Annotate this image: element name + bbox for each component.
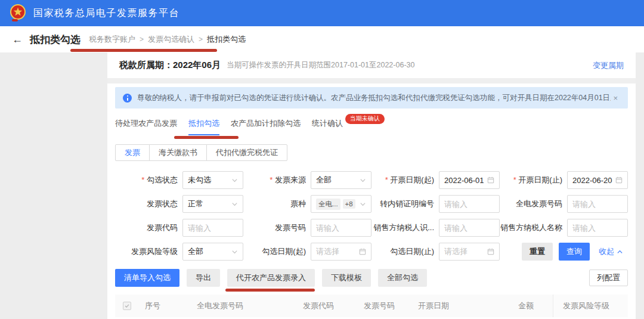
breadcrumb-item-digital-account[interactable]: 税务数字账户	[89, 34, 135, 45]
date-placeholder: 请选择	[444, 246, 487, 257]
filter-seller-taxpayer-id: 销售方纳税人识...	[371, 219, 500, 237]
subtab-withholding-cert[interactable]: 代扣代缴完税凭证	[206, 144, 287, 161]
main-panel: 税款所属期： 2022年06月 当期可操作发票的开具日期范围2017-01-01…	[107, 52, 636, 319]
chevron-down-icon	[360, 201, 366, 207]
info-icon	[123, 94, 132, 103]
unconfirmed-badge: 当期未确认	[345, 114, 385, 124]
invoice-no-input[interactable]	[311, 219, 371, 237]
change-period-link[interactable]: 变更属期	[593, 60, 624, 71]
export-button[interactable]: 导出	[187, 269, 220, 287]
select-value: 未勾选	[188, 175, 231, 185]
section-divider	[107, 78, 636, 83]
filter-label: 开票日期(起)	[385, 175, 434, 185]
tax-period-bar: 税款所属期： 2022年06月 当期可操作发票的开具日期范围2017-01-01…	[107, 52, 636, 78]
import-check-list-button[interactable]: 清单导入勾选	[115, 269, 179, 287]
invoice-status-select[interactable]: 正常	[182, 195, 243, 213]
tab-agri-extra-deduction[interactable]: 农产品加计扣除勾选	[231, 118, 301, 135]
filter-invoice-code: 发票代码	[115, 219, 243, 237]
subtab-invoice[interactable]: 发票	[115, 144, 150, 161]
filter-label: 勾选日期(起)	[262, 246, 306, 257]
filter-label: 发票代码	[147, 222, 178, 233]
national-emblem-logo-icon	[8, 4, 27, 23]
chevron-down-icon	[360, 177, 366, 184]
check-date-end-picker[interactable]: 请选择	[439, 243, 500, 261]
chevron-down-icon	[231, 177, 238, 184]
back-arrow-icon[interactable]: ←	[12, 34, 23, 45]
breadcrumb-separator: >	[199, 35, 203, 44]
filter-ticket-type: 票种 全电... +8	[243, 195, 371, 213]
check-status-select[interactable]: 未勾选	[182, 171, 243, 189]
filter-form: 勾选状态 未勾选 发票来源 全部 开票日期(	[115, 168, 628, 264]
collapse-link[interactable]: 收起	[599, 246, 623, 257]
check-date-start-picker[interactable]: 请选择	[311, 243, 371, 261]
left-sidebar-area	[0, 52, 107, 319]
filter-issue-date-end: 开票日期(止) 2022-06-20	[500, 171, 628, 189]
reset-button[interactable]: 重置	[522, 243, 553, 261]
filter-check-date-start: 勾选日期(起) 请选择	[243, 243, 371, 261]
annotation-underline-tab	[174, 136, 239, 139]
info-banner-text: 尊敬的纳税人，请于申报前对已勾选的凭证进行统计确认。农产品业务抵扣勾选和代扣代缴…	[137, 93, 611, 103]
select-all-checkbox[interactable]	[123, 302, 131, 310]
transfer-cert-no-input[interactable]	[439, 195, 500, 213]
column-header-invoice-code: 发票代码	[297, 301, 358, 311]
app-header: 国家税务总局电子发票服务平台	[0, 0, 644, 26]
column-header-risk-level: 发票风险等级	[553, 295, 628, 317]
app-title: 国家税务总局电子发票服务平台	[33, 7, 179, 20]
column-config-button[interactable]: 列配置	[589, 270, 628, 286]
tab-deduction-check[interactable]: 抵扣勾选	[188, 118, 219, 135]
issue-date-end-picker[interactable]: 2022-06-20	[567, 171, 628, 189]
seller-taxpayer-name-input[interactable]	[567, 219, 628, 237]
close-icon[interactable]: ×	[611, 92, 620, 104]
filter-check-status: 勾选状态 未勾选	[115, 171, 243, 189]
date-value: 2022-06-01	[444, 176, 487, 185]
filter-seller-taxpayer-name: 销售方纳税人名称	[500, 219, 628, 237]
agri-invoice-entry-button[interactable]: 代开农产品发票录入	[227, 269, 315, 287]
filter-label: 开票日期(止)	[513, 175, 562, 185]
filter-qd-invoice-no: 全电发票号码	[500, 195, 628, 213]
date-value: 2022-06-20	[572, 176, 615, 185]
issue-date-start-picker[interactable]: 2022-06-01	[439, 171, 500, 189]
info-banner: 尊敬的纳税人，请于申报前对已勾选的凭证进行统计确认。农产品业务抵扣勾选和代扣代缴…	[115, 87, 628, 109]
breadcrumb-item-invoice-check-confirm[interactable]: 发票勾选确认	[148, 34, 194, 45]
agri-invoice-entry-label: 代开农产品发票录入	[236, 272, 306, 283]
right-scrollbar-gutter[interactable]	[636, 52, 644, 319]
column-header-amount: 金额	[478, 301, 553, 311]
filter-issue-date-start: 开票日期(起) 2022-06-01	[371, 171, 500, 189]
download-template-button[interactable]: 下载模板	[322, 269, 371, 287]
filter-label: 销售方纳税人识...	[373, 222, 434, 233]
subtab-customs-payment[interactable]: 海关缴款书	[149, 144, 207, 161]
chevron-down-icon	[231, 249, 238, 255]
check-all-button[interactable]: 全部勾选	[378, 269, 427, 287]
filter-invoice-source: 发票来源 全部	[243, 171, 371, 189]
ticket-type-multiselect[interactable]: 全电... +8	[311, 195, 371, 213]
tab-bar: 待处理农产品发票 抵扣勾选 农产品加计扣除勾选 统计确认 当期未确认	[115, 118, 628, 135]
invoice-source-select[interactable]: 全部	[311, 171, 371, 189]
ticket-type-count-tag: +8	[343, 199, 355, 209]
calendar-icon	[487, 248, 494, 255]
filter-label: 发票来源	[270, 175, 306, 185]
ticket-type-tag: 全电...	[316, 199, 340, 210]
tab-stats-confirm[interactable]: 统计确认 当期未确认	[312, 118, 343, 135]
select-value: 全部	[188, 246, 231, 257]
column-header-issue-date: 开票日期	[412, 301, 478, 311]
tab-pending-agri-invoices[interactable]: 待处理农产品发票	[115, 118, 177, 135]
tax-period-hint: 当期可操作发票的开具日期范围2017-01-01至2022-06-30	[227, 60, 414, 70]
invoice-code-input[interactable]	[182, 219, 243, 237]
content-area: 尊敬的纳税人，请于申报前对已勾选的凭证进行统计确认。农产品业务抵扣勾选和代扣代缴…	[107, 83, 636, 319]
select-value: 正常	[188, 199, 231, 209]
risk-level-select[interactable]: 全部	[182, 243, 243, 261]
check-icon	[124, 303, 130, 309]
tab-stats-confirm-label: 统计确认	[312, 119, 343, 128]
seller-taxpayer-id-input[interactable]	[439, 219, 500, 237]
filter-label: 票种	[290, 199, 306, 209]
calendar-icon	[615, 176, 623, 184]
filter-label: 发票风险等级	[131, 246, 178, 257]
qd-invoice-no-input[interactable]	[567, 195, 628, 213]
select-value: 全部	[316, 175, 360, 185]
query-button[interactable]: 查询	[559, 243, 590, 261]
filter-label: 销售方纳税人名称	[500, 222, 562, 233]
table-header-checkbox-cell	[115, 302, 139, 310]
tax-period-value: 2022年06月	[173, 60, 221, 71]
page-bar: ← 抵扣类勾选 税务数字账户 > 发票勾选确认 > 抵扣类勾选	[0, 26, 644, 52]
tax-period-label: 税款所属期：	[119, 60, 173, 71]
